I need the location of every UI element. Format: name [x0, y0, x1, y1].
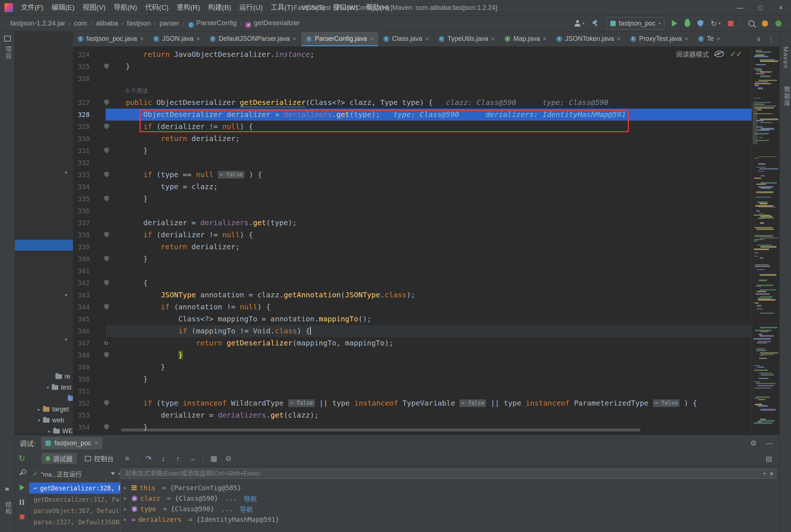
breadcrumb-item[interactable]: alibaba [95, 19, 119, 27]
tab-proxytest-java[interactable]: CProxyTest.java× [626, 31, 693, 46]
tool-button-structure[interactable]: 结构 [3, 501, 12, 515]
tree-item-test[interactable]: ▾test [15, 382, 73, 393]
expand-icon[interactable]: ▸ [124, 485, 129, 490]
line-number[interactable]: 325 [78, 60, 90, 73]
breadcrumb-item[interactable]: parser [159, 19, 180, 27]
stack-frame-0[interactable]: ↩getDeserializer:328, Pars [29, 482, 120, 494]
chevron-down-icon[interactable]: ▾ [770, 470, 773, 478]
inspections-ok-icon[interactable]: ✓✓ [730, 50, 742, 58]
pause-button[interactable] [15, 495, 29, 509]
editor-minimap[interactable] [752, 46, 780, 434]
menu-item-4[interactable]: 代码(C) [141, 0, 172, 15]
tab-defaultjsonparser-java[interactable]: CDefaultJSONParser.java× [205, 31, 301, 46]
debug-button[interactable] [685, 20, 690, 27]
tab-jsontoken-java[interactable]: CJSONToken.java× [552, 31, 626, 46]
expand-icon[interactable]: ▸ [124, 506, 129, 512]
line-number[interactable]: 345 [78, 313, 90, 325]
run-to-cursor-button[interactable]: → [187, 454, 198, 463]
line-number[interactable]: 329 [78, 121, 90, 133]
vcs-user-button[interactable]: ▾ [574, 20, 584, 27]
code-with-me-icon[interactable] [775, 20, 782, 27]
evaluate-expression-input[interactable] [124, 470, 759, 478]
search-everywhere-button[interactable] [748, 20, 755, 27]
close-icon[interactable]: × [140, 35, 144, 43]
close-icon[interactable]: × [685, 35, 688, 43]
tab-te[interactable]: CTe× [693, 31, 725, 46]
menu-item-3[interactable]: 导航(N) [110, 0, 141, 15]
breadcrumb-item[interactable]: fastjson-1.2.24.jar [9, 19, 66, 27]
line-number[interactable]: 346 [78, 325, 90, 337]
line-number[interactable]: 328 [78, 109, 90, 121]
navigate-link[interactable]: 导航 [240, 504, 253, 514]
rerun-program-button[interactable]: ↻ [15, 451, 29, 466]
run-button[interactable] [672, 20, 677, 27]
line-number[interactable]: 327 [78, 97, 90, 109]
variable-row-this[interactable]: ▸this = {ParserConfig@585} [121, 482, 776, 493]
breadcrumb-item[interactable]: com [73, 19, 88, 27]
close-icon[interactable]: × [425, 35, 429, 43]
line-number[interactable]: 347 [78, 337, 90, 349]
tab-class-java[interactable]: CClass.java× [379, 31, 434, 46]
menu-item-5[interactable]: 重构(R) [173, 0, 204, 15]
chevron-right-icon[interactable]: ▸ [38, 407, 43, 412]
tree-item-web-[interactable]: ▸WEB- [15, 426, 73, 434]
debug-session-tab[interactable]: fastjson_poc × [41, 437, 102, 449]
tool-button-project[interactable]: 项目 [3, 46, 12, 60]
layout-settings-icon[interactable]: ≡ [122, 454, 133, 463]
tree-selected-row[interactable] [15, 240, 73, 251]
hidden-tabs-chevron-icon[interactable]: ∨ [756, 35, 761, 43]
line-number[interactable]: 340 [78, 253, 90, 265]
menu-item-10[interactable]: 窗口(W) [329, 0, 362, 15]
line-number[interactable]: 350 [78, 373, 90, 385]
menu-item-6[interactable]: 构建(B) [204, 0, 235, 15]
close-icon[interactable]: × [617, 35, 620, 43]
stack-frame-3[interactable]: parse:1327, DefaultJSON [29, 516, 120, 528]
tool-button-maven[interactable]: Maven [782, 47, 789, 69]
filter-funnel-icon[interactable] [111, 472, 115, 475]
mute-breakpoints-button[interactable]: ⊘ [223, 454, 234, 463]
expand-icon[interactable]: ▸ [124, 496, 129, 501]
line-number[interactable]: 342 [78, 277, 90, 289]
code-editor[interactable]: 阅读器模式 ✓✓ 324 return JavaObjectDeserializ… [73, 46, 752, 434]
horizontal-scrollbar[interactable] [121, 429, 641, 431]
rerun-button[interactable]: ↻ ▾ [710, 20, 721, 27]
stack-frame-2[interactable]: parseObject:367, Default [29, 505, 120, 516]
line-number[interactable]: 353 [78, 409, 90, 421]
tree-expander[interactable]: ▾ [65, 292, 67, 298]
step-over-button[interactable]: ↷ [143, 454, 154, 463]
line-number[interactable]: 337 [78, 217, 90, 229]
tab-json-java[interactable]: CJSON.java× [149, 31, 205, 46]
thread-selector[interactable]: ✓ "ma...正在运行 ▾ [29, 469, 120, 479]
build-button[interactable] [592, 20, 599, 27]
variable-row-clazz[interactable]: ▸pclazz = {Class@590} ... 导航 [121, 493, 776, 504]
tree-expander[interactable]: ▾ [65, 337, 67, 342]
tab-debugger[interactable]: 调试器 [42, 453, 77, 464]
stop-button[interactable] [15, 509, 29, 524]
project-tool-icon[interactable] [4, 36, 11, 42]
view-breakpoints-button[interactable]: ▦ [208, 454, 219, 463]
line-number[interactable]: 343 [78, 289, 90, 301]
hide-hints-eye-icon[interactable] [714, 51, 724, 57]
menu-item-1[interactable]: 编辑(E) [47, 0, 78, 15]
close-button[interactable]: × [771, 0, 791, 15]
bookmark-icon[interactable]: ⚑ [4, 486, 10, 494]
menu-item-8[interactable]: 工具(T) [267, 0, 297, 15]
step-into-button[interactable]: ↓ [158, 454, 169, 463]
variable-row-type[interactable]: ▸ptype = {Class@590} ... 导航 [121, 504, 776, 514]
line-number[interactable]: 341 [78, 265, 90, 277]
close-icon[interactable]: × [370, 35, 373, 43]
close-icon[interactable]: × [293, 35, 296, 43]
chevron-right-icon[interactable]: ▸ [48, 429, 53, 434]
line-number[interactable]: 344 [78, 301, 90, 313]
line-number[interactable]: 348 [78, 349, 90, 361]
step-out-button[interactable]: ↑ [172, 454, 183, 463]
debug-settings-gear-icon[interactable]: ⚙ [750, 439, 757, 447]
line-number[interactable]: 330 [78, 133, 90, 145]
line-number[interactable]: 334 [78, 181, 90, 193]
tree-item-target[interactable]: ▸target [15, 404, 73, 415]
modify-run-config-button[interactable] [15, 466, 29, 480]
menu-item-0[interactable]: 文件(F) [17, 0, 47, 15]
usages-inlay-hint[interactable]: 6 个用法 [126, 88, 148, 94]
line-number[interactable]: 326 [78, 73, 90, 85]
tree-item-web[interactable]: ▾web [15, 415, 73, 426]
